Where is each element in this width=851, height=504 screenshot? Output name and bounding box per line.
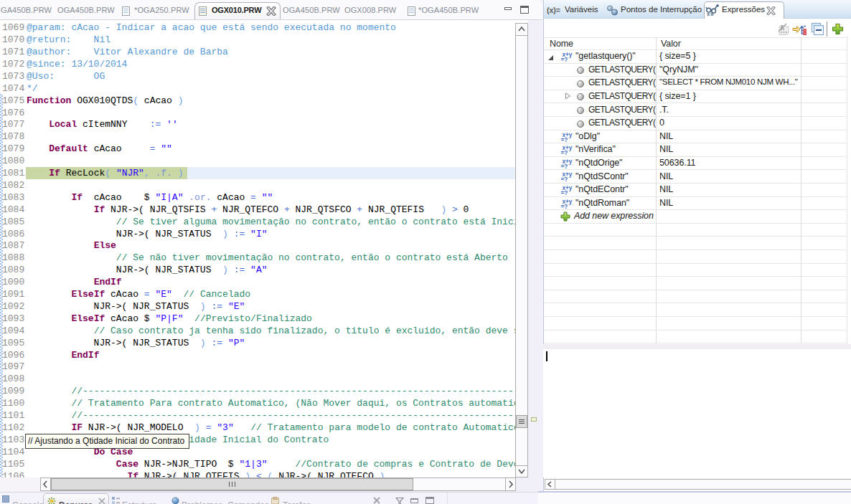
svg-text:=?: =? (561, 190, 568, 195)
svg-text:=?: =? (561, 57, 568, 62)
svg-text:=?: =? (561, 204, 568, 209)
svg-text:x: x (707, 11, 710, 16)
svg-text:=?: =? (561, 163, 568, 168)
svg-text:=?: =? (561, 176, 568, 181)
svg-text:=?: =? (561, 150, 568, 155)
svg-text:=?: =? (561, 137, 568, 142)
